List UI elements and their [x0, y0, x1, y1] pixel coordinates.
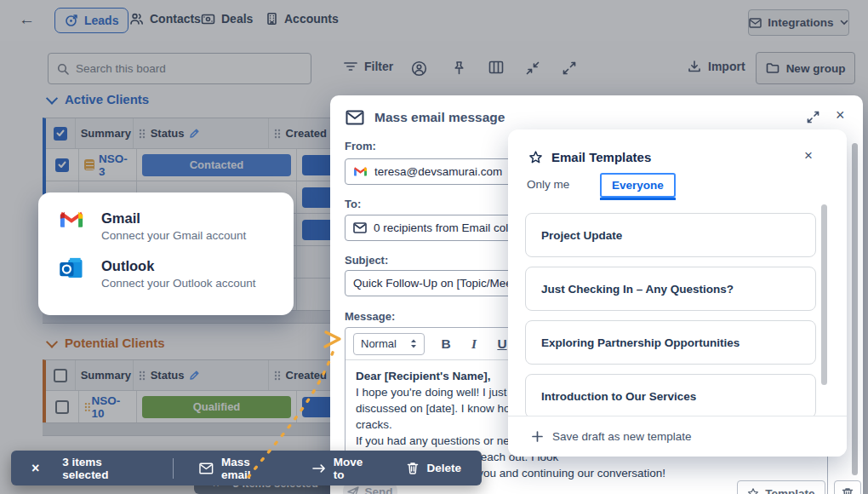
- table-row[interactable]: NSO-10 Qualified: [46, 391, 332, 423]
- contacts-icon: [129, 12, 144, 26]
- mail-icon: [199, 462, 214, 474]
- column-header-status[interactable]: Status: [133, 118, 268, 148]
- modal-title: Mass email message: [374, 110, 505, 125]
- column-header-summary[interactable]: Summary: [75, 118, 133, 148]
- connect-account-popup: Gmail Connect your Gmail account Outlook…: [38, 192, 294, 315]
- table-row[interactable]: NSO-3 Contacted: [46, 149, 332, 181]
- created-chip: [302, 220, 332, 240]
- drag-handle-icon: [274, 370, 281, 381]
- nav-tab-leads[interactable]: Leads: [54, 8, 128, 33]
- back-button[interactable]: ←: [19, 11, 35, 28]
- star-icon: [528, 150, 543, 164]
- selected-count: 3 items selected: [62, 456, 149, 481]
- group-header-potential-clients[interactable]: Potential Clients: [48, 336, 165, 350]
- template-toggle-button[interactable]: Template: [737, 480, 825, 494]
- bold-button[interactable]: B: [439, 336, 453, 352]
- app-root: ← Leads Contacts Deals Accounts Integrat…: [0, 0, 868, 494]
- mail-icon: [749, 18, 762, 28]
- top-navbar: ← Leads Contacts Deals Accounts Integrat…: [0, 0, 868, 41]
- column-header-created[interactable]: Created: [268, 118, 332, 148]
- filter-button[interactable]: Filter: [344, 60, 393, 73]
- template-item[interactable]: Just Checking In – Any Questions?: [525, 267, 816, 311]
- delete-draft-button[interactable]: [834, 480, 861, 494]
- import-button[interactable]: Import: [688, 60, 745, 73]
- subject-value: Quick Follow-Up on [Topic/Meeting]: [353, 277, 534, 290]
- from-label: From:: [345, 140, 376, 152]
- expand-modal-icon[interactable]: [807, 111, 819, 124]
- column-header-status[interactable]: Status: [133, 360, 268, 390]
- delete-button[interactable]: Delete: [407, 462, 461, 474]
- table-header-row: Summary Status Created: [46, 360, 332, 391]
- columns-button[interactable]: [488, 60, 504, 74]
- outlook-icon: [59, 257, 84, 281]
- created-chip: [302, 187, 332, 208]
- move-to-button[interactable]: Move to: [312, 456, 375, 481]
- drag-handle-icon: [84, 402, 91, 412]
- board-search[interactable]: [48, 53, 311, 84]
- template-item[interactable]: Exploring Partnership Opportunities: [525, 320, 816, 365]
- pin-button[interactable]: [452, 60, 466, 76]
- close-modal-icon[interactable]: ×: [836, 106, 845, 124]
- edit-pencil-icon[interactable]: [189, 128, 200, 139]
- profile-filter-button[interactable]: [411, 60, 427, 77]
- drag-handle-icon: [274, 129, 281, 139]
- new-group-button[interactable]: New group: [756, 52, 855, 84]
- save-draft-as-template-button[interactable]: Save draft as new template: [508, 416, 847, 457]
- search-icon: [57, 63, 69, 75]
- italic-button[interactable]: I: [467, 336, 481, 352]
- divider: [173, 458, 174, 479]
- folder-icon: [766, 62, 779, 74]
- search-input[interactable]: [76, 62, 288, 75]
- gmail-icon: [353, 166, 368, 177]
- deals-icon: [201, 13, 215, 26]
- nav-tab-label: Deals: [221, 12, 253, 26]
- template-item[interactable]: Introduction to Our Services: [525, 374, 816, 418]
- integrations-button[interactable]: Integrations: [748, 9, 849, 36]
- nav-tab-accounts[interactable]: Accounts: [266, 12, 339, 26]
- row-checkbox[interactable]: [55, 158, 69, 172]
- mail-icon: [345, 110, 364, 125]
- tab-only-me[interactable]: Only me: [527, 178, 569, 191]
- drag-handle-icon: [139, 129, 146, 139]
- gmail-icon: [59, 210, 84, 230]
- template-item[interactable]: Project Update: [525, 213, 816, 257]
- expand-button[interactable]: [562, 60, 577, 76]
- select-all-checkbox[interactable]: [54, 369, 67, 382]
- nav-tab-deals[interactable]: Deals: [201, 12, 253, 26]
- format-select[interactable]: Normal: [353, 333, 425, 355]
- status-badge[interactable]: Contacted: [142, 154, 291, 176]
- row-key-link[interactable]: NSO-10: [92, 394, 131, 420]
- select-all-checkbox[interactable]: [54, 127, 67, 141]
- underline-button[interactable]: U: [495, 336, 509, 352]
- clear-selection-icon[interactable]: ×: [31, 461, 39, 476]
- send-icon: [347, 486, 359, 494]
- nav-tab-contacts[interactable]: Contacts: [129, 12, 201, 26]
- connect-outlook-option[interactable]: Outlook Connect your Outlook account: [59, 257, 294, 290]
- updown-icon: [410, 339, 417, 348]
- status-badge[interactable]: Qualified: [142, 396, 291, 418]
- row-key-link[interactable]: NSO-3: [99, 152, 131, 178]
- group-header-active-clients[interactable]: Active Clients: [48, 92, 149, 106]
- leads-icon: [65, 14, 78, 27]
- mail-icon: [353, 222, 367, 233]
- trash-icon: [407, 462, 419, 474]
- connect-gmail-option[interactable]: Gmail Connect your Gmail account: [59, 210, 294, 242]
- column-header-created[interactable]: Created: [268, 360, 332, 390]
- to-label: To:: [345, 198, 361, 210]
- mass-email-button[interactable]: Mass email: [199, 456, 281, 481]
- templates-scrollbar[interactable]: [821, 204, 827, 385]
- connect-option-title: Outlook: [101, 257, 256, 274]
- filter-icon: [344, 61, 357, 72]
- modal-scrollbar[interactable]: [852, 143, 858, 475]
- tab-everyone[interactable]: Everyone: [600, 173, 676, 198]
- row-checkbox[interactable]: [55, 400, 69, 414]
- edit-pencil-icon[interactable]: [189, 370, 200, 381]
- arrow-right-icon: [312, 463, 326, 474]
- close-templates-icon[interactable]: ×: [804, 147, 813, 164]
- created-chip: [302, 397, 332, 417]
- import-icon: [688, 60, 701, 73]
- group-footer-strip: [43, 422, 332, 436]
- collapse-button[interactable]: [525, 60, 540, 76]
- column-header-summary[interactable]: Summary: [75, 360, 133, 390]
- chevron-down-icon: [46, 92, 58, 104]
